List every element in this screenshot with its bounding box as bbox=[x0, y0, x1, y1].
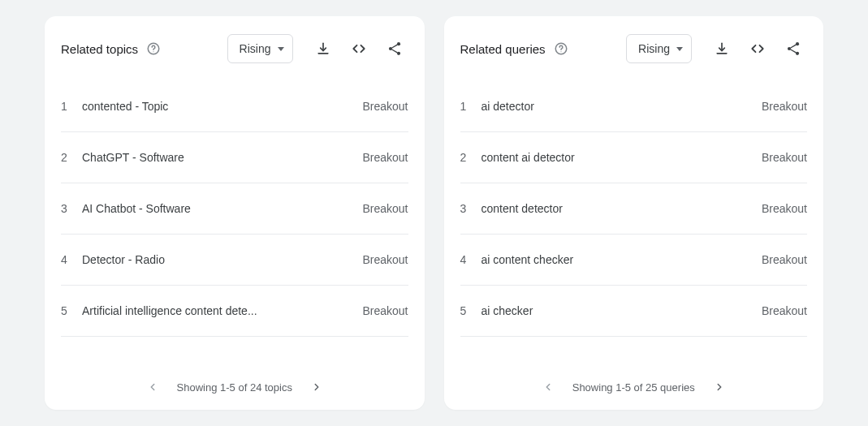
rank: 2 bbox=[61, 151, 82, 164]
rank: 5 bbox=[61, 304, 82, 317]
item-metric: Breakout bbox=[762, 151, 807, 164]
list-item[interactable]: 4 ai content checker Breakout bbox=[460, 235, 808, 286]
item-metric: Breakout bbox=[362, 151, 408, 164]
prev-page-icon[interactable] bbox=[540, 379, 556, 395]
next-page-icon[interactable] bbox=[711, 379, 728, 395]
share-icon[interactable] bbox=[381, 35, 408, 62]
rank: 4 bbox=[61, 253, 82, 266]
list-item[interactable]: 3 content detector Breakout bbox=[460, 183, 808, 235]
download-icon[interactable] bbox=[309, 35, 337, 62]
sort-dropdown[interactable]: Rising bbox=[227, 34, 293, 63]
rank: 3 bbox=[460, 202, 482, 215]
rank: 1 bbox=[460, 100, 482, 113]
rank: 5 bbox=[460, 304, 482, 317]
item-metric: Breakout bbox=[762, 202, 807, 215]
item-label: content ai detector bbox=[482, 151, 762, 164]
dropdown-label: Rising bbox=[240, 42, 271, 55]
item-label: ai checker bbox=[482, 304, 762, 317]
rank: 1 bbox=[61, 100, 82, 113]
list: 1 contented - Topic Breakout 2 ChatGPT -… bbox=[61, 81, 408, 364]
item-label: content detector bbox=[482, 202, 762, 215]
item-label: ChatGPT - Software bbox=[82, 151, 362, 164]
item-label: AI Chatbot - Software bbox=[82, 202, 362, 215]
item-metric: Breakout bbox=[362, 100, 408, 113]
pager-text: Showing 1-5 of 25 queries bbox=[572, 381, 695, 394]
card-title: Related queries bbox=[460, 42, 546, 56]
chevron-down-icon bbox=[676, 47, 683, 51]
item-label: contented - Topic bbox=[82, 100, 362, 113]
rank: 4 bbox=[460, 253, 482, 266]
sort-dropdown[interactable]: Rising bbox=[626, 34, 692, 63]
related-topics-card: Related topics Rising 1 contented - Topi… bbox=[45, 16, 425, 410]
item-label: Detector - Radio bbox=[82, 253, 362, 266]
chevron-down-icon bbox=[278, 47, 284, 51]
embed-icon[interactable] bbox=[345, 35, 373, 62]
list-item[interactable]: 2 ChatGPT - Software Breakout bbox=[61, 132, 408, 183]
item-metric: Breakout bbox=[362, 253, 408, 266]
item-metric: Breakout bbox=[762, 304, 807, 317]
svg-point-1 bbox=[153, 51, 153, 52]
list-item[interactable]: 1 ai detector Breakout bbox=[460, 81, 808, 132]
share-icon[interactable] bbox=[779, 35, 807, 62]
pager-text: Showing 1-5 of 24 topics bbox=[177, 381, 292, 394]
rank: 3 bbox=[61, 202, 82, 215]
list-item[interactable]: 4 Detector - Radio Breakout bbox=[61, 235, 408, 286]
card-header: Related topics Rising bbox=[61, 16, 408, 81]
svg-point-6 bbox=[560, 51, 561, 52]
embed-icon[interactable] bbox=[744, 35, 771, 62]
pager: Showing 1-5 of 24 topics bbox=[61, 364, 408, 395]
item-label: ai detector bbox=[482, 100, 762, 113]
help-icon[interactable] bbox=[146, 41, 161, 56]
item-label: ai content checker bbox=[482, 253, 762, 266]
item-metric: Breakout bbox=[762, 100, 807, 113]
list-item[interactable]: 5 ai checker Breakout bbox=[460, 286, 808, 337]
item-metric: Breakout bbox=[362, 202, 408, 215]
next-page-icon[interactable] bbox=[309, 379, 325, 395]
prev-page-icon[interactable] bbox=[145, 379, 161, 395]
download-icon[interactable] bbox=[708, 35, 736, 62]
card-title: Related topics bbox=[61, 42, 138, 56]
item-metric: Breakout bbox=[362, 304, 408, 317]
help-icon[interactable] bbox=[554, 41, 568, 56]
related-queries-card: Related queries Rising 1 ai detector Bre… bbox=[444, 16, 824, 410]
item-metric: Breakout bbox=[762, 253, 807, 266]
item-label: Artificial intelligence content dete... bbox=[82, 304, 362, 317]
list: 1 ai detector Breakout 2 content ai dete… bbox=[460, 81, 808, 364]
pager: Showing 1-5 of 25 queries bbox=[460, 364, 808, 395]
rank: 2 bbox=[460, 151, 482, 164]
list-item[interactable]: 3 AI Chatbot - Software Breakout bbox=[61, 183, 408, 235]
list-item[interactable]: 5 Artificial intelligence content dete..… bbox=[61, 286, 408, 337]
list-item[interactable]: 1 contented - Topic Breakout bbox=[61, 81, 408, 132]
dropdown-label: Rising bbox=[638, 42, 670, 55]
card-header: Related queries Rising bbox=[460, 16, 808, 81]
list-item[interactable]: 2 content ai detector Breakout bbox=[460, 132, 808, 183]
